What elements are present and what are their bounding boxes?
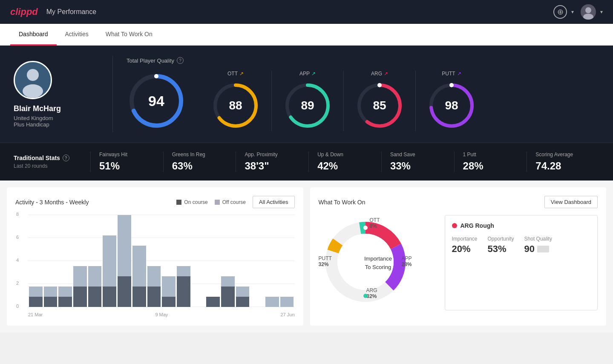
svg-point-17	[449, 83, 454, 87]
x-axis-labels: 21 Mar 9 May 27 Jun	[28, 312, 295, 317]
bar-group	[221, 276, 235, 307]
bar-group	[44, 287, 58, 307]
donut-center-text: Importance To Scoring	[357, 255, 400, 271]
donut-label-arg: ARG 32%	[366, 287, 377, 299]
work-card: ARG Rough Importance 20% Opportunity 53%…	[445, 215, 598, 310]
bar-chart: 0 2 4 6 8	[15, 215, 295, 317]
tab-dashboard[interactable]: Dashboard	[10, 24, 57, 46]
chart-legend: On course Off course	[176, 199, 246, 205]
all-activities-button[interactable]: All Activities	[253, 196, 295, 208]
player-avatar	[14, 61, 52, 99]
bar-group	[29, 287, 43, 307]
svg-point-1	[583, 14, 593, 20]
quality-title: Total Player Quality ?	[127, 57, 599, 64]
user-avatar	[581, 4, 596, 20]
legend-on-course: On course	[176, 199, 207, 205]
ott-value: 88	[229, 99, 242, 112]
player-name: Blair McHarg	[14, 104, 61, 113]
donut-label-app: APP 28%	[402, 255, 412, 267]
bar-group	[162, 276, 176, 307]
logo[interactable]: clippd	[10, 6, 38, 17]
metric-app: APP ↗ 89	[272, 71, 344, 131]
stat-fairways: Fairways Hit 51%	[90, 152, 163, 172]
app-value: 89	[301, 99, 314, 112]
work-metric-importance: Importance 20%	[452, 236, 478, 255]
player-country: United Kingdom	[14, 115, 53, 121]
stat-1putt: 1 Putt 28%	[454, 152, 527, 172]
svg-point-7	[154, 74, 158, 78]
ott-circle: 88	[210, 80, 261, 131]
bar-group	[132, 246, 146, 307]
bar-group	[58, 287, 72, 307]
ott-label: OTT ↗	[227, 71, 244, 77]
header: clippd My Performance ⊕ ▾ ▾	[0, 0, 613, 24]
stat-gir: Greens In Reg 63%	[163, 152, 236, 172]
arg-label: ARG ↗	[371, 71, 388, 77]
quality-section: Total Player Quality ? 94 OTT	[127, 57, 599, 131]
header-title: My Performance	[46, 8, 96, 16]
quality-help-icon[interactable]: ?	[177, 57, 184, 64]
arg-circle: 85	[354, 80, 405, 131]
on-course-dot	[176, 200, 181, 205]
bar-group	[280, 297, 294, 307]
work-card-title: ARG Rough	[452, 222, 591, 229]
arg-value: 85	[373, 99, 386, 112]
metric-ott: OTT ↗ 88	[200, 71, 272, 131]
chart-grid: 0 2 4 6 8	[28, 215, 295, 307]
metric-arg: ARG ↗ 85	[344, 71, 416, 131]
work-on-content: Importance To Scoring OTT 8% APP 28% ARG…	[319, 215, 598, 310]
bar-group	[88, 266, 102, 307]
work-metric-opportunity: Opportunity 53%	[488, 236, 514, 255]
svg-point-0	[585, 7, 591, 13]
putt-label: PUTT ↗	[442, 71, 461, 77]
donut-label-putt: PUTT 32%	[319, 255, 332, 267]
total-quality-circle: 94	[127, 71, 186, 131]
trad-label: Traditional Stats ? Last 20 rounds	[14, 155, 90, 169]
work-card-dot	[452, 223, 457, 228]
total-quality-value: 94	[148, 93, 164, 109]
bar-group	[103, 235, 116, 307]
activity-panel: Activity - 3 Months - Weekly On course O…	[7, 187, 303, 326]
off-course-dot	[215, 200, 220, 205]
stats-panel: Blair McHarg United Kingdom Plus Handica…	[0, 46, 613, 143]
user-chevron: ▾	[600, 9, 603, 15]
nav-tabs: Dashboard Activities What To Work On	[0, 24, 613, 46]
traditional-stats: Traditional Stats ? Last 20 rounds Fairw…	[0, 143, 613, 181]
header-right: ⊕ ▾ ▾	[553, 4, 603, 20]
add-icon: ⊕	[553, 5, 567, 19]
player-handicap: Plus Handicap	[14, 121, 49, 128]
donut-chart-container: Importance To Scoring OTT 8% APP 28% ARG…	[319, 215, 438, 310]
svg-point-4	[23, 84, 43, 98]
player-info: Blair McHarg United Kingdom Plus Handica…	[14, 61, 99, 128]
bar-group	[265, 297, 279, 307]
donut-label-ott: OTT 8%	[370, 217, 380, 229]
add-chevron: ▾	[571, 9, 574, 15]
activity-panel-title: Activity - 3 Months - Weekly	[15, 199, 89, 206]
add-button[interactable]: ⊕ ▾	[553, 5, 574, 19]
bars-container	[28, 215, 295, 307]
svg-point-14	[377, 83, 382, 87]
bar-group	[236, 287, 250, 307]
metrics-row: 94 OTT ↗ 88 AP	[127, 71, 599, 131]
x-label-2: 9 May	[155, 312, 168, 317]
svg-point-3	[27, 69, 39, 81]
bar-group	[73, 266, 87, 307]
work-on-panel-title: What To Work On	[319, 199, 365, 206]
tab-what-to-work-on[interactable]: What To Work On	[97, 24, 161, 46]
tab-activities[interactable]: Activities	[57, 24, 97, 46]
trad-help-icon[interactable]: ?	[63, 155, 69, 161]
stat-up-down: Up & Down 42%	[308, 152, 381, 172]
metric-putt: PUTT ↗ 98	[416, 71, 487, 131]
divider	[112, 56, 113, 132]
shot-quality-badge	[537, 246, 549, 252]
trad-stats-grid: Fairways Hit 51% Greens In Reg 63% App. …	[90, 152, 599, 172]
bar-group	[177, 266, 190, 307]
bar-group	[118, 215, 131, 307]
x-label-1: 21 Mar	[28, 312, 43, 317]
svg-point-24	[363, 226, 368, 230]
user-menu[interactable]: ▾	[581, 4, 603, 20]
view-dashboard-button[interactable]: View Dashboard	[544, 196, 598, 208]
x-label-3: 27 Jun	[280, 312, 294, 317]
bar-group	[206, 297, 220, 307]
putt-circle: 98	[426, 80, 477, 131]
